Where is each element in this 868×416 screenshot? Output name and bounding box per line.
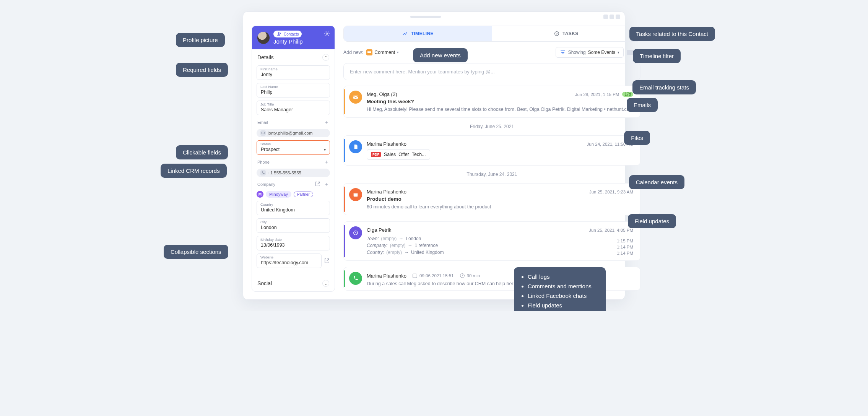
birthday-field[interactable]: Birthday date: [257, 236, 330, 250]
callout-calendar: Calendar events: [629, 175, 684, 189]
social-header[interactable]: Social ⌄: [252, 275, 335, 291]
window-handle: [410, 16, 441, 18]
field-diffs: Town: (empty) → London Company: (empty) …: [367, 236, 633, 255]
folder-chip[interactable]: Contacts: [273, 31, 302, 37]
contact-name: Jonty Philip: [273, 38, 303, 45]
window-controls[interactable]: [603, 15, 620, 19]
job-title-field[interactable]: Job Title: [257, 101, 330, 115]
chevron-down-icon: ▾: [324, 148, 326, 152]
timeline-card-email[interactable]: Meg, Olga (2) Jun 28, 2021, 1:15 PM 17d …: [343, 86, 640, 118]
card-author: Olga Petrik: [367, 227, 391, 233]
callout-clickable-fields: Clickable fields: [176, 145, 228, 159]
comment-input[interactable]: Enter new comment here. Mention your tea…: [343, 63, 640, 80]
callout-collapsible: Collapsible sections: [164, 245, 228, 259]
calendar-small-icon: [412, 273, 418, 279]
field-label: Website: [260, 255, 273, 259]
last-name-field[interactable]: Last Name: [257, 83, 330, 98]
folder-chip-label: Contacts: [284, 32, 299, 36]
timeline-card-update[interactable]: Olga Petrik Jun 25, 2021, 4:05 PM Town: …: [343, 221, 640, 261]
callout-required-fields: Required fields: [176, 63, 228, 77]
website-field[interactable]: Website: [257, 253, 330, 268]
comment-icon: [366, 49, 372, 55]
people-icon: [276, 31, 283, 37]
popup-item: Linked Facebook chats: [528, 292, 599, 299]
svg-rect-3: [262, 132, 265, 134]
call-duration: 30 min: [467, 273, 480, 278]
phone-label: Phone: [257, 160, 270, 164]
avatar[interactable]: [257, 32, 270, 44]
tab-timeline[interactable]: TIMELINE: [344, 26, 492, 41]
callout-tasks: Tasks related to this Contact: [629, 27, 715, 41]
card-title: Product demo: [367, 196, 633, 202]
card-time: Jun 25, 2021, 4:05 PM: [589, 228, 633, 232]
open-external-icon[interactable]: [324, 258, 330, 264]
email-value: jonty.philip@gmail.com: [268, 131, 313, 135]
file-attachment[interactable]: PDF Sales_Offer_Tech...: [367, 149, 430, 160]
open-external-icon[interactable]: [315, 181, 321, 187]
field-label: Last Name: [260, 84, 278, 89]
svg-point-2: [326, 33, 328, 34]
city-input[interactable]: [257, 218, 330, 233]
phone-icon: [349, 272, 362, 285]
country-field[interactable]: Country: [257, 201, 330, 215]
first-name-field[interactable]: First name: [257, 65, 330, 80]
diff-times: 1:15 PM 1:14 PM 1:14 PM: [617, 239, 633, 255]
add-comment-button[interactable]: Comment ▾: [366, 49, 399, 55]
phone-value: +1 555-555-5555: [268, 171, 301, 175]
social-label: Social: [257, 280, 272, 286]
callout-linked-records: Linked CRM records: [161, 164, 227, 178]
card-title: Meeting this week?: [367, 99, 633, 104]
callout-profile-picture: Profile picture: [176, 33, 225, 47]
email-pill[interactable]: jonty.philip@gmail.com: [257, 129, 330, 137]
card-time: Jun 28, 2021, 1:15 PM: [575, 92, 619, 97]
card-stripe: [344, 187, 345, 212]
phone-pill[interactable]: +1 555-555-5555: [257, 169, 330, 177]
file-icon: [349, 140, 362, 153]
history-icon: [349, 226, 362, 239]
timeline-filter[interactable]: Showing Some Events ▾: [556, 47, 624, 58]
add-company-button[interactable]: ＋: [324, 181, 329, 188]
envelope-icon: [349, 91, 362, 104]
add-email-button[interactable]: ＋: [324, 119, 329, 126]
chevron-up-icon[interactable]: ⌃: [322, 54, 329, 61]
popup-list: Call logs Comments and mentions Linked F…: [514, 267, 606, 311]
field-label: Country: [260, 202, 273, 206]
main-panel: TIMELINE TASKS Add new: Comment ▾: [343, 26, 640, 291]
timeline-card-calendar[interactable]: Marina Plashenko Jun 25, 2021, 9:23 AM P…: [343, 183, 640, 215]
pdf-badge: PDF: [371, 152, 381, 157]
chevron-down-icon[interactable]: ⌄: [322, 280, 329, 287]
timeline-card-file[interactable]: Marina Plashenko Jun 24, 2021, 11:56 AM …: [343, 135, 640, 166]
add-phone-button[interactable]: ＋: [324, 159, 329, 166]
mail-icon: [260, 130, 266, 136]
field-label: First name: [260, 67, 278, 71]
check-circle-icon: [554, 31, 560, 37]
callout-emails: Emails: [627, 98, 658, 112]
email-label: Email: [257, 120, 268, 125]
svg-rect-7: [354, 193, 358, 194]
comment-placeholder: Enter new comment here. Mention your tea…: [350, 69, 495, 75]
fields-list: First name Last Name Job Title Email ＋: [252, 65, 335, 273]
card-snippet: 60 minutes demo call to learn everything…: [367, 204, 633, 210]
callout-updates: Field updates: [628, 214, 676, 228]
toolbar: Add new: Comment ▾ Showing Some Events: [343, 47, 640, 58]
city-field[interactable]: City: [257, 218, 330, 233]
folder-icon[interactable]: [627, 50, 633, 55]
tab-tasks-label: TASKS: [562, 31, 579, 36]
company-label: Company: [257, 182, 275, 187]
company-link[interactable]: M Mindyway Partner: [257, 191, 330, 198]
card-stripe: [344, 139, 345, 162]
gear-icon[interactable]: [324, 31, 330, 37]
details-header[interactable]: Details ⌃: [252, 49, 335, 65]
card-stripe: [344, 225, 345, 257]
tracking-badge[interactable]: 17d: [622, 92, 633, 97]
date-separator: Friday, June 25, 2021: [343, 124, 640, 129]
tab-tasks[interactable]: TASKS: [492, 26, 640, 41]
field-label: Status: [260, 142, 271, 146]
company-label-row: Company ＋: [257, 180, 330, 188]
status-field[interactable]: Status Prospect ▾: [257, 140, 330, 155]
phone-icon: [260, 170, 266, 176]
date-separator: Thursday, June 24, 2021: [343, 172, 640, 177]
calendar-icon: [349, 188, 362, 201]
profile-header: Contacts Jonty Philip: [252, 26, 335, 49]
company-name: Mindyway: [266, 191, 291, 198]
